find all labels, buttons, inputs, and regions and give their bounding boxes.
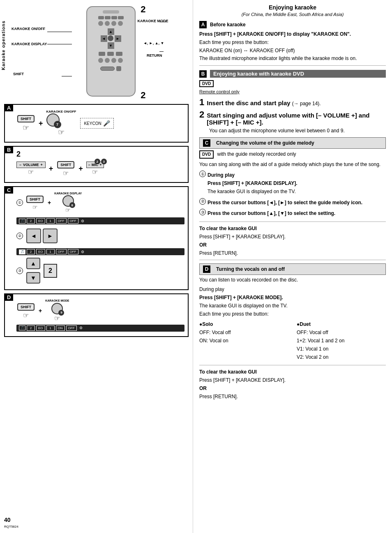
page-number-area: 40 RQT5824 <box>4 517 18 529</box>
duet-v1: V1: Vocal 1 on <box>297 346 386 353</box>
gui-cell-1: 2 <box>27 218 35 224</box>
left-arrow-btn[interactable]: ◄ <box>26 228 41 243</box>
right-b-heading: Enjoying karaoke with karaoke DVD <box>210 70 386 78</box>
section-c-step3: ③ ▲ ▼ 2 <box>16 257 184 284</box>
divider-d1 <box>199 365 386 365</box>
right-c-letter: C <box>203 139 210 147</box>
mic-num-3: 3 <box>101 159 107 164</box>
section-d-label: D <box>5 294 13 301</box>
gui-cell2-2: EO <box>36 249 45 254</box>
section-b-content: 2 – VOLUME + ☞ + SHIFT ☞ + <box>16 150 184 177</box>
section-c-gui-bar2: 🎵 2 EO 1 OFF OFF ⚙ <box>16 248 184 255</box>
d-clear-or: OR <box>199 385 207 391</box>
right-c-dvd-note: with the guide melody recorded only <box>217 151 296 157</box>
right-d-line1: The karaoke GUI is displayed on the TV. <box>199 302 386 309</box>
karaoke-onoff-button[interactable]: KARAOKE ON/OFF 7 ☞ <box>46 110 76 137</box>
c-shift-btn[interactable]: SHIFT ☞ <box>25 195 44 210</box>
right-c-heading: Changing the volume of the guide melody <box>216 140 314 146</box>
right-section-c-content: DVD with the guide melody recorded only … <box>199 150 386 256</box>
page-num: 40 <box>4 517 11 523</box>
d-clear-line2: Press [RETURN]. <box>199 393 386 400</box>
right-arrow-btn[interactable]: ► <box>43 228 58 243</box>
keycon-text: KEYCON <box>84 121 101 126</box>
finger-shift-b: ☞ <box>63 169 69 177</box>
d-shift-label: SHIFT <box>17 303 35 311</box>
karaoke-onoff-btn-circle[interactable]: 7 <box>46 113 60 127</box>
c-num-8: 8 <box>69 202 75 208</box>
c-step1-line1: Press [SHIFT] + [KARAOKE DISPLAY]. <box>208 180 297 186</box>
right-section-a: A Before karaoke Press [SHIFT] + [KARAOK… <box>199 21 386 62</box>
gui-icon-d: 🎵 <box>19 325 25 330</box>
left-column: Karaoke operations KARAOKE ON/OFF KARAOK… <box>0 0 193 533</box>
right-d-line2: Each time you press the button: <box>199 311 386 318</box>
gui-cell-2: EO <box>36 218 45 224</box>
duet-v2: V2: Vocal 2 on <box>297 354 386 361</box>
plus-a: + <box>39 119 43 128</box>
c-step3-circle: ③ <box>199 209 206 215</box>
d-shift-btn[interactable]: SHIFT ☞ <box>16 302 35 319</box>
finger-onoff: ☞ <box>46 128 76 137</box>
down-arrow-btn[interactable]: ▼ <box>26 272 40 284</box>
duet-off: OFF: Vocal off <box>297 329 386 336</box>
karaoke-onoff-btn-label: KARAOKE ON/OFF <box>46 110 76 113</box>
keycon-icon: 🎤 <box>103 120 110 127</box>
shift-button-a[interactable]: SHIFT ☞ <box>16 114 35 132</box>
volume-bar[interactable]: – VOLUME + <box>16 162 46 168</box>
c-finger-shift: ☞ <box>32 204 38 210</box>
c-step1-line2: The karaoke GUI is displayed on the TV. <box>208 188 297 195</box>
solo-label: ●Solo <box>199 321 213 327</box>
c-display-circle[interactable]: 8 <box>62 195 74 207</box>
mic-bar[interactable]: – MIC + 2 3 <box>86 162 104 168</box>
gui-cell-d2: EO <box>36 325 45 331</box>
mic-num-2: 2 <box>95 159 100 164</box>
finger-a: ☞ <box>16 123 35 132</box>
d-mode-circle[interactable]: 9 <box>51 303 63 314</box>
gui-cell-d4: ON <box>56 325 65 331</box>
line-return <box>159 51 164 52</box>
right-section-d-content: You can listen to vocals recorded on the… <box>199 277 386 400</box>
shift-btn-label: SHIFT <box>17 115 35 122</box>
shift-control-b[interactable]: SHIFT ☞ <box>56 160 75 177</box>
d-finger-shift: ☞ <box>23 311 29 319</box>
section-d-box: D SHIFT ☞ + KARAOKE MODE 9 ☞ 🎵 2 <box>4 293 189 337</box>
d-mode-label: KARAOKE MODE <box>45 299 69 302</box>
right-d-during: During play <box>199 286 386 293</box>
c-num-display: 2 <box>44 264 57 278</box>
arrows-label: ◄, ►, ▲, ▼ <box>143 41 164 45</box>
num-7: 7 <box>54 121 61 128</box>
vol-minus: – <box>19 163 21 167</box>
c-clear-line1: Press [SHIFT] + [KARAOKE DISPLAY]. <box>199 233 386 240</box>
section-c-box: C ① SHIFT ☞ + KARAOKE DISPLAY 8 ☞ <box>4 186 189 290</box>
divider-c1 <box>199 222 386 222</box>
right-a-step1-bold: Press [SHIFT] + [KARAOKE ON/OFF] to disp… <box>199 31 351 37</box>
c-step1-bold: During play <box>208 172 235 178</box>
right-c-step2: ② Press the cursor buttons [◄], [►] to s… <box>199 198 386 208</box>
c-clear-title: To clear the karaoke GUI <box>199 226 257 231</box>
section-d-gui-bar: 🎵 2 EO 1 ON OFF ⚙ <box>16 325 184 332</box>
duet-12: 1+2: Vocal 1 and 2 on <box>297 337 386 344</box>
c-finger-display: ☞ <box>65 207 71 213</box>
gui-icon-c2: 🎵 <box>19 249 25 254</box>
right-section-b: B Enjoying karaoke with karaoke DVD DVD … <box>199 70 386 134</box>
finger-vol: ☞ <box>28 168 34 176</box>
gui-cell-3: 1 <box>46 218 55 224</box>
section-c-gui-bar: 🎵 2 EO 1 OFF OFF ⚙ <box>16 217 184 224</box>
gui-cell2-1: 2 <box>27 249 35 254</box>
right-d-desc: You can listen to vocals recorded on the… <box>199 277 386 284</box>
up-arrow-btn[interactable]: ▲ <box>26 258 40 269</box>
shift-label: SHIFT <box>13 72 24 76</box>
gui-cell-d3: 1 <box>46 325 55 331</box>
mic-control[interactable]: – MIC + 2 3 ☞ <box>86 162 104 176</box>
mic-minus: – <box>88 163 90 167</box>
solo-off: OFF: Vocal off <box>199 329 288 336</box>
c-circle-3: ③ <box>16 268 23 274</box>
gui-icon-c: 🎵 <box>19 219 25 224</box>
c-display-btn[interactable]: KARAOKE DISPLAY 8 ☞ <box>54 192 82 213</box>
line-karaoke-display <box>47 44 72 44</box>
c-circle-2: ② <box>16 233 23 239</box>
d-mode-btn[interactable]: KARAOKE MODE 9 ☞ <box>45 299 69 322</box>
line-shift <box>62 76 72 76</box>
shift-btn-b: SHIFT <box>57 161 74 168</box>
volume-control[interactable]: – VOLUME + ☞ <box>16 162 46 176</box>
right-b-remote-only: Remote control only <box>199 89 386 95</box>
